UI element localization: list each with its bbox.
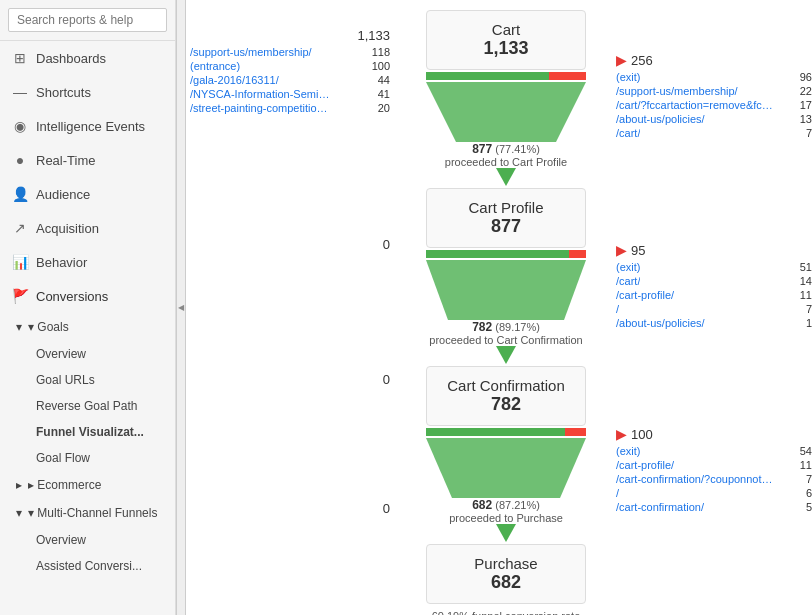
ecommerce-collapse[interactable]: ▸ ▸ Ecommerce <box>0 471 175 499</box>
conversions-icon: 🚩 <box>12 288 28 304</box>
cart-profile-stage-name: Cart Profile <box>443 199 569 216</box>
exit-row: / 7 <box>616 302 812 316</box>
cart-confirmation-proceed-pct-val: (87.21%) <box>495 499 540 511</box>
purchase-sources-total: 0 <box>186 501 396 518</box>
exit-count: 1 <box>792 317 812 329</box>
sidebar-sub-goal-urls[interactable]: Goal URLs <box>0 367 175 393</box>
goal-urls-label: Goal URLs <box>36 373 95 387</box>
cart-profile-proceed-label: proceeded to Cart Confirmation <box>429 334 582 346</box>
exit-name[interactable]: (exit) <box>616 71 640 83</box>
cart-profile-proceed-pct: 782 <box>472 320 492 334</box>
cart-profile-bar-svg <box>426 248 586 260</box>
source-name[interactable]: /street-painting-competition-2016/16... <box>190 102 330 114</box>
exit-row: /cart/?fccartaction=remove&fccartrow... … <box>616 98 812 112</box>
exit-name[interactable]: /cart-profile/ <box>616 459 674 471</box>
cart-confirmation-box: Cart Confirmation 782 <box>426 366 586 426</box>
exit-row: (exit) 96 <box>616 70 812 84</box>
exit-name[interactable]: (exit) <box>616 261 640 273</box>
cart-confirmation-stage: Cart Confirmation 782 682 (87.21%) pr <box>416 366 596 544</box>
sidebar-toggle[interactable]: ◀ <box>176 0 186 615</box>
exit-row: (exit) 51 <box>616 260 812 274</box>
sidebar-sub-goal-flow[interactable]: Goal Flow <box>0 445 175 471</box>
exit-row: /cart/ 14 <box>616 274 812 288</box>
exit-name[interactable]: / <box>616 303 619 315</box>
right-exits-col: ▶ 256 (exit) 96 /support-us/membership/ … <box>616 0 812 615</box>
cart-confirmation-stage-name: Cart Confirmation <box>443 377 569 394</box>
exit-count: 5 <box>792 501 812 513</box>
audience-icon: 👤 <box>12 186 28 202</box>
realtime-icon: ● <box>12 152 28 168</box>
svg-marker-11 <box>496 524 516 542</box>
reverse-goal-label: Reverse Goal Path <box>36 399 137 413</box>
cart-confirmation-proceed-pct: 682 <box>472 498 492 512</box>
exit-name[interactable]: /cart/?fccartaction=remove&fccartrow... <box>616 99 776 111</box>
sidebar-item-dashboards[interactable]: ⊞ Dashboards <box>0 41 175 75</box>
exit-count: 13 <box>792 113 812 125</box>
svg-rect-9 <box>426 428 565 436</box>
sidebar-sub-reverse-goal[interactable]: Reverse Goal Path <box>0 393 175 419</box>
sidebar-item-behavior[interactable]: 📊 Behavior <box>0 245 175 279</box>
cart-sources-total: 1,133 <box>186 28 396 45</box>
sidebar-item-acquisition[interactable]: ↗ Acquisition <box>0 211 175 245</box>
source-row: /NYSCA-Information-Seminars/15959/ 41 <box>186 87 396 101</box>
exit-name[interactable]: /cart/ <box>616 275 640 287</box>
sidebar-item-intelligence[interactable]: ◉ Intelligence Events <box>0 109 175 143</box>
search-area[interactable] <box>0 0 175 41</box>
sidebar-item-realtime[interactable]: ● Real-Time <box>0 143 175 177</box>
sidebar-sub-mc-overview[interactable]: Overview <box>0 527 175 553</box>
cart-source-list: /support-us/membership/ 118 (entrance) 1… <box>186 45 396 115</box>
source-row: /support-us/membership/ 118 <box>186 45 396 59</box>
sidebar-item-conversions[interactable]: 🚩 Conversions <box>0 279 175 313</box>
cart-sources: 1,133 /support-us/membership/ 118 (entra… <box>186 0 396 115</box>
mc-overview-label: Overview <box>36 533 86 547</box>
sidebar-item-label: Audience <box>36 187 90 202</box>
search-input[interactable] <box>8 8 167 32</box>
source-name[interactable]: /gala-2016/16311/ <box>190 74 279 86</box>
exit-count: 7 <box>792 303 812 315</box>
funnel-center-col: Cart 1,133 877 (77.41%) pr <box>396 0 616 615</box>
exit-count: 7 <box>792 127 812 139</box>
cart-confirmation-proceed-label: proceeded to Purchase <box>449 512 563 524</box>
exit-count: 6 <box>792 487 812 499</box>
sidebar-sub-mc-assisted[interactable]: Assisted Conversi... <box>0 553 175 579</box>
sidebar-item-shortcuts[interactable]: — Shortcuts <box>0 75 175 109</box>
exit-name[interactable]: /about-us/policies/ <box>616 317 705 329</box>
source-name[interactable]: /NYSCA-Information-Seminars/15959/ <box>190 88 330 100</box>
exit-row: (exit) 54 <box>616 444 812 458</box>
exit-count: 11 <box>792 459 812 471</box>
exit-name[interactable]: /cart-confirmation/ <box>616 501 704 513</box>
svg-rect-1 <box>426 72 549 80</box>
source-name[interactable]: /support-us/membership/ <box>190 46 312 58</box>
exit-count: 51 <box>792 261 812 273</box>
cart-bar-svg <box>426 70 586 82</box>
exit-count: 7 <box>792 473 812 485</box>
exit-row: /about-us/policies/ 1 <box>616 316 812 330</box>
sidebar-item-audience[interactable]: 👤 Audience <box>0 177 175 211</box>
cart-proceed-pct-val: (77.41%) <box>495 143 540 155</box>
sidebar-sub-overview[interactable]: Overview <box>0 341 175 367</box>
cart-profile-stage: Cart Profile 877 782 (89.17%) proceed <box>416 188 596 366</box>
cart-profile-exit-arrow: ▶ <box>616 242 627 258</box>
multichannel-collapse[interactable]: ▾ ▾ Multi-Channel Funnels <box>0 499 175 527</box>
source-name[interactable]: (entrance) <box>190 60 240 72</box>
sidebar-item-label: Conversions <box>36 289 108 304</box>
svg-marker-10 <box>426 438 586 498</box>
exit-name[interactable]: / <box>616 487 619 499</box>
exit-name[interactable]: /cart-confirmation/?couponnotvalid=1 <box>616 473 776 485</box>
goals-arrow: ▾ <box>16 320 22 334</box>
source-row: (entrance) 100 <box>186 59 396 73</box>
exit-row: / 6 <box>616 486 812 500</box>
purchase-stage-count: 682 <box>443 572 569 593</box>
svg-marker-3 <box>496 168 516 186</box>
exit-name[interactable]: (exit) <box>616 445 640 457</box>
exit-name[interactable]: /about-us/policies/ <box>616 113 705 125</box>
sidebar-sub-funnel-viz[interactable]: Funnel Visualizat... <box>0 419 175 445</box>
cart-exit-list: (exit) 96 /support-us/membership/ 22 /ca… <box>616 70 812 140</box>
cart-confirmation-bar-svg <box>426 426 586 438</box>
exit-name[interactable]: /support-us/membership/ <box>616 85 738 97</box>
exit-name[interactable]: /cart-profile/ <box>616 289 674 301</box>
goals-collapse[interactable]: ▾ ▾ Goals <box>0 313 175 341</box>
cart-profile-down-arrow <box>491 346 521 366</box>
cart-exits-total: ▶ 256 <box>616 52 812 70</box>
exit-name[interactable]: /cart/ <box>616 127 640 139</box>
